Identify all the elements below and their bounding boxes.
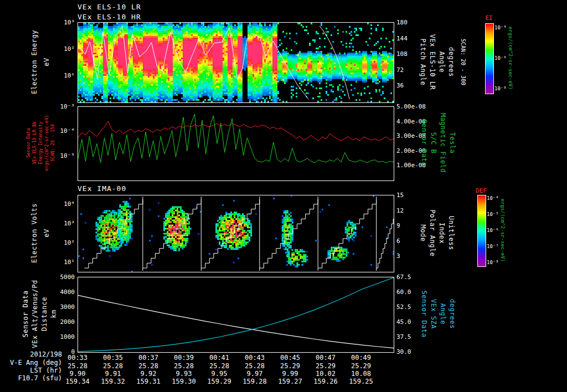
p1-pitchangle-tick: 144 bbox=[396, 35, 408, 42]
p1-right-axis-label: VEx ELS-10 LR bbox=[429, 34, 436, 90]
footer-row-label: LST (hr) bbox=[30, 367, 62, 374]
p4-sza-tick: 60.0 bbox=[396, 289, 411, 295]
footer-row-value: 9.92 bbox=[141, 370, 157, 377]
p2-intensity-tick: 10⁻³ bbox=[60, 104, 75, 110]
ei-colorbar-tick: 10⁻⁸ bbox=[494, 86, 507, 91]
footer-row-value: 9.99 bbox=[282, 370, 298, 377]
p4-sza-tick: 45.0 bbox=[396, 319, 411, 325]
p4-sza-tick: 37.5 bbox=[396, 334, 411, 340]
footer-row-value: 9.91 bbox=[105, 370, 121, 377]
p3-index-tick: 12 bbox=[396, 208, 404, 214]
p1-right-axis-label: Angle bbox=[439, 51, 445, 73]
p2-right-axis-label: Tesla bbox=[449, 132, 456, 154]
p2-right-axis-label: Magnetic Field bbox=[440, 113, 446, 173]
p2-left-axis-label: VEx ELS-10 LR Bk bbox=[33, 121, 37, 164]
p4-altitude-tick: 2000 bbox=[60, 319, 75, 325]
p4-right-axis-label: Sensor Data bbox=[421, 291, 427, 338]
vex-orbit-summary-plot: VEx ELS-10 LR VEx ELS-10 HR VEx IMA-00 1… bbox=[0, 0, 567, 392]
p1-energy-tick: 10¹ bbox=[64, 73, 75, 79]
footer-row-value: 159.29 bbox=[207, 378, 231, 385]
footer-row-value: 159.25 bbox=[349, 378, 373, 385]
time-tick-label: 00:45 bbox=[280, 354, 300, 361]
p1-pitchangle-tick: 108 bbox=[396, 51, 408, 57]
p2-intensity-tick: 10⁻⁵ bbox=[60, 153, 75, 159]
ei-colorbar-tick: 10⁻⁴ bbox=[494, 25, 507, 30]
p3-right-axis-label: Polar Angle bbox=[429, 210, 436, 257]
p3-right-axis-label: Index bbox=[439, 223, 445, 244]
time-tick-label: 00:37 bbox=[138, 354, 158, 361]
p3-energy-tick: 10³ bbox=[64, 220, 75, 226]
p4-altitude-tick: 3000 bbox=[60, 304, 75, 310]
altitude-sza-panel bbox=[78, 277, 394, 353]
els-spectrogram-canvas bbox=[78, 23, 394, 102]
footer-row-value: 25.29 bbox=[280, 363, 300, 369]
footer-row-value: 159.31 bbox=[136, 378, 160, 385]
p3-left-axis-label: eV bbox=[43, 229, 50, 237]
time-tick-label: 00:43 bbox=[245, 354, 265, 361]
p4-left-axis-label: Distance bbox=[41, 297, 48, 331]
p4-left-axis-label: VEx Alt/Venus/Pd bbox=[32, 280, 38, 348]
footer-row-value: 159.32 bbox=[101, 378, 125, 385]
time-tick-label: 00:33 bbox=[68, 354, 87, 361]
p1-right-axis-label: degrees bbox=[448, 47, 455, 77]
time-tick-label: 00:41 bbox=[209, 354, 229, 361]
intensity-bfield-canvas bbox=[78, 107, 394, 180]
p2-left-axis-label: Energy Intensity bbox=[39, 121, 43, 164]
p4-sza-tick: 52.5 bbox=[396, 304, 411, 310]
intensity-bfield-panel bbox=[78, 106, 394, 181]
p1-pitchangle-tick: 72 bbox=[396, 67, 404, 73]
time-tick-label: 00:39 bbox=[174, 354, 194, 361]
footer-row-value: 159.27 bbox=[278, 378, 302, 385]
panel3-title: VEx IMA-00 bbox=[78, 184, 126, 193]
def-colorbar-tick: 10⁻⁷ bbox=[487, 244, 499, 249]
ima-spectrogram-canvas bbox=[78, 195, 394, 272]
p4-right-axis-label: VEx SZA bbox=[430, 299, 437, 329]
p1-left-axis-label: Electron Energy bbox=[31, 30, 38, 94]
footer-row-value: 25.29 bbox=[316, 363, 336, 369]
p2-left-axis-label: Sensor Data bbox=[27, 128, 31, 158]
p4-altitude-tick: 4000 bbox=[60, 289, 75, 295]
p4-altitude-tick: 5000 bbox=[60, 274, 75, 280]
footer-row-value: 10.02 bbox=[316, 370, 336, 377]
p2-left-axis-label: SCAN: 20 - 150 bbox=[51, 124, 55, 161]
panel1-title-hr: VEx ELS-10 HR bbox=[78, 13, 141, 21]
p1-left-axis-label: eV bbox=[43, 58, 50, 66]
footer-row-value: 25.28 bbox=[103, 363, 123, 369]
p4-right-axis-label: degrees bbox=[449, 299, 456, 329]
ei-colorbar-tick: 10⁻⁶ bbox=[494, 56, 507, 61]
time-tick-label: 00:49 bbox=[351, 354, 371, 361]
footer-row-value: 25.29 bbox=[351, 363, 371, 369]
footer-row-value: 9.97 bbox=[247, 370, 263, 377]
date-label: 2012/198 bbox=[30, 351, 62, 358]
p3-right-axis-label: Unitless bbox=[448, 216, 455, 250]
footer-row-value: 159.30 bbox=[172, 378, 195, 385]
footer-row-value: 25.28 bbox=[245, 363, 265, 369]
p2-intensity-tick: 10⁻⁴ bbox=[60, 128, 75, 134]
footer-row-label: V-E Ang (deg) bbox=[10, 359, 62, 366]
p3-index-tick: 9 bbox=[396, 223, 400, 229]
footer-row-label: F10.7 (sfu) bbox=[18, 375, 62, 381]
footer-row-value: 9.93 bbox=[176, 370, 192, 377]
footer-row-value: 25.28 bbox=[68, 363, 87, 369]
altitude-sza-canvas bbox=[78, 277, 394, 352]
p2-right-axis-label: Sensor Data bbox=[421, 120, 427, 167]
p2-right-axis-label: S/C B bbox=[430, 132, 437, 154]
footer-row-value: 159.34 bbox=[65, 378, 89, 385]
p1-pitchangle-tick: 36 bbox=[396, 82, 404, 89]
p3-index-tick: 6 bbox=[396, 238, 400, 244]
p3-left-axis-label: Electron Volts bbox=[31, 203, 38, 263]
p1-scan-label: SCAN: 20 - 300 bbox=[460, 39, 466, 85]
ei-colorbar-unit: ergs/(cm^2-sr-sec-eV) bbox=[508, 27, 513, 90]
p4-sza-tick: 30.0 bbox=[396, 349, 411, 355]
ima-spectrogram-panel bbox=[78, 195, 394, 272]
footer-row-value: 159.26 bbox=[313, 378, 337, 385]
p1-energy-tick: 10³ bbox=[64, 19, 75, 25]
p1-pitchangle-tick: 180 bbox=[396, 19, 408, 25]
p3-right-axis-label: Mode bbox=[420, 225, 426, 242]
time-tick-label: 00:35 bbox=[103, 354, 123, 361]
time-tick-label: 00:47 bbox=[316, 354, 336, 361]
p2-left-axis-label: ergs/(cm^2-sr-sec-eV) bbox=[45, 115, 49, 171]
def-colorbar-title: DEF bbox=[476, 188, 487, 194]
els-spectrogram-panel bbox=[78, 22, 394, 103]
def-colorbar-unit: ergs/(cm^2-sr-sec-eV) bbox=[500, 199, 505, 262]
